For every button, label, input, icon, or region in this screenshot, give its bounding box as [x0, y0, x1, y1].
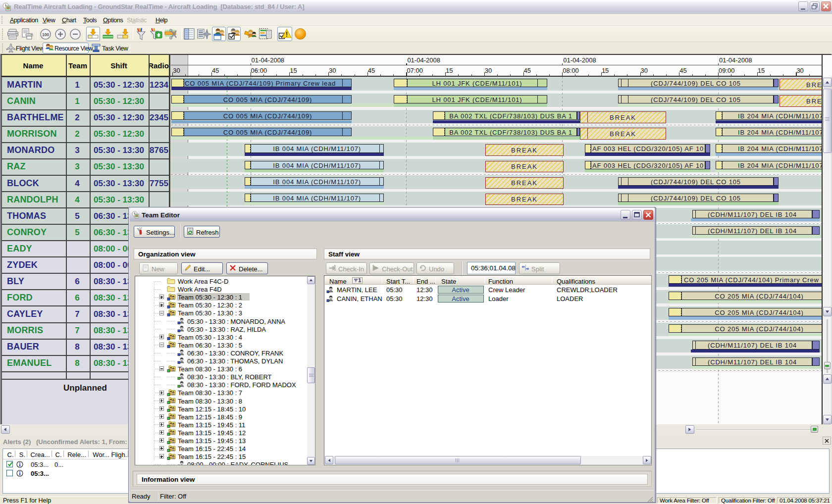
svg-text:100: 100 [42, 32, 49, 37]
